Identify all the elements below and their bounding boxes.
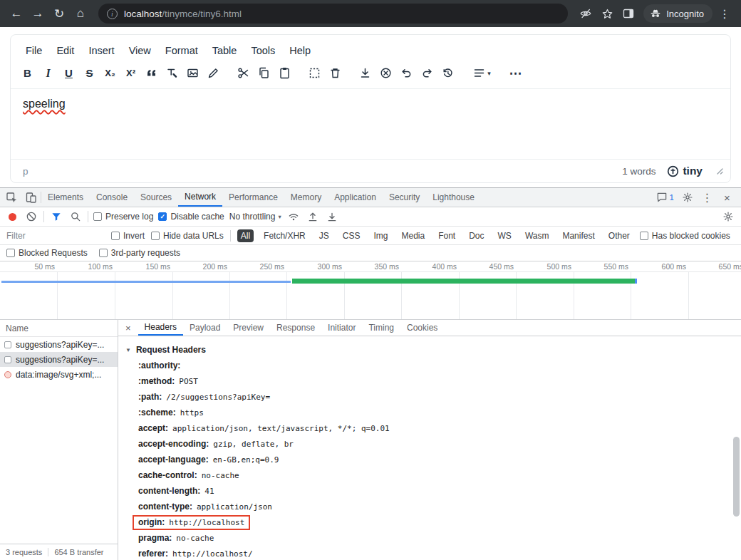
menu-format[interactable]: Format (159, 41, 204, 60)
bold-button[interactable]: B (18, 63, 37, 83)
insert-image-button[interactable] (183, 63, 202, 83)
address-bar[interactable]: i localhost/tinymce/tiny6.html (98, 4, 568, 24)
disable-cache-checkbox[interactable]: ✓ Disable cache (158, 212, 224, 222)
network-settings-gear-icon[interactable] (721, 209, 735, 224)
tab-memory[interactable]: Memory (284, 188, 328, 207)
filter-chip-media[interactable]: Media (398, 229, 428, 242)
tab-performance[interactable]: Performance (222, 188, 284, 207)
filter-chip-all[interactable]: All (237, 229, 254, 242)
filter-chip-wasm[interactable]: Wasm (522, 229, 553, 242)
filter-chip-css[interactable]: CSS (339, 229, 364, 242)
devtools-menu-icon[interactable]: ⋮ (698, 188, 717, 207)
cancel-button[interactable] (376, 63, 395, 83)
menu-insert[interactable]: Insert (82, 41, 120, 60)
checkbox-checked[interactable]: ✓ (158, 212, 167, 221)
bookmark-star-icon[interactable] (598, 4, 616, 23)
browser-menu-icon[interactable]: ⋮ (715, 4, 734, 23)
detail-tab-response[interactable]: Response (270, 320, 321, 336)
checkbox-unchecked[interactable] (151, 232, 160, 240)
download-button[interactable] (356, 63, 375, 83)
superscript-button[interactable]: X² (121, 63, 140, 83)
undo-button[interactable] (397, 63, 416, 83)
tab-security[interactable]: Security (383, 188, 426, 207)
menu-help[interactable]: Help (283, 41, 317, 60)
clear-icon[interactable] (24, 209, 38, 224)
permanent-pen-button[interactable] (204, 63, 223, 83)
word-count[interactable]: 1 words (622, 166, 656, 177)
requests-column-header[interactable]: Name (0, 320, 118, 337)
reload-icon[interactable]: ↻ (50, 4, 68, 23)
throttling-dropdown[interactable]: No throttling ▾ (229, 212, 281, 222)
forward-icon[interactable]: → (28, 4, 47, 23)
preserve-log-checkbox[interactable]: Preserve log (93, 212, 153, 222)
detail-tab-timing[interactable]: Timing (362, 320, 400, 336)
has-blocked-cookies-checkbox[interactable]: Has blocked cookies (640, 231, 730, 241)
export-har-icon[interactable] (325, 209, 339, 224)
detail-tab-initiator[interactable]: Initiator (321, 320, 362, 336)
request-headers-section[interactable]: ▼ Request Headers (125, 342, 741, 358)
search-icon[interactable] (68, 209, 83, 224)
request-row[interactable]: suggestions?apiKey=... (0, 337, 118, 352)
settings-gear-icon[interactable] (678, 188, 697, 207)
select-all-button[interactable] (305, 63, 324, 83)
detail-tab-headers[interactable]: Headers (138, 320, 183, 336)
underline-button[interactable]: U (59, 63, 78, 83)
paste-button[interactable] (275, 63, 294, 83)
record-icon[interactable] (9, 213, 16, 221)
resize-handle-icon[interactable] (715, 165, 723, 177)
tab-lighthouse[interactable]: Lighthouse (426, 188, 481, 207)
tiny-branding[interactable]: tiny (667, 165, 703, 177)
filter-funnel-icon[interactable] (49, 209, 63, 224)
editor-content-area[interactable]: speeling (11, 89, 730, 159)
scrollbar-thumb[interactable] (733, 437, 740, 517)
menu-file[interactable]: File (19, 41, 48, 60)
menu-view[interactable]: View (123, 41, 157, 60)
menu-tools[interactable]: Tools (244, 41, 281, 60)
request-row[interactable]: data:image/svg+xml;... (0, 367, 118, 382)
filter-chip-other[interactable]: Other (605, 229, 633, 242)
delete-button[interactable] (326, 63, 345, 83)
request-row-selected[interactable]: suggestions?apiKey=... (0, 352, 118, 367)
detail-tab-cookies[interactable]: Cookies (400, 320, 444, 336)
detail-tab-payload[interactable]: Payload (183, 320, 227, 336)
issues-icon[interactable] (653, 188, 672, 207)
italic-button[interactable]: I (38, 63, 58, 83)
tab-console[interactable]: Console (90, 188, 134, 207)
network-conditions-icon[interactable] (286, 209, 301, 224)
hide-data-urls-checkbox[interactable]: Hide data URLs (151, 231, 224, 241)
checkbox-unchecked[interactable] (6, 249, 15, 257)
tab-elements[interactable]: Elements (41, 188, 90, 207)
side-panel-icon[interactable] (619, 4, 638, 23)
home-icon[interactable]: ⌂ (71, 4, 90, 23)
checkbox-unchecked[interactable] (99, 249, 108, 257)
network-overview-timeline[interactable]: 50 ms 100 ms 150 ms 200 ms 250 ms 300 ms… (0, 261, 741, 320)
filter-chip-img[interactable]: Img (370, 229, 391, 242)
line-height-button[interactable]: ▾ (468, 63, 495, 83)
invert-checkbox[interactable]: Invert (111, 231, 145, 241)
detail-tab-preview[interactable]: Preview (227, 320, 270, 336)
filter-chip-doc[interactable]: Doc (465, 229, 487, 242)
blockquote-button[interactable] (142, 63, 161, 83)
site-info-icon[interactable]: i (107, 9, 118, 19)
restore-draft-button[interactable] (438, 63, 457, 83)
filter-input[interactable] (6, 231, 105, 241)
filter-chip-ws[interactable]: WS (494, 229, 515, 242)
blocked-requests-checkbox[interactable]: Blocked Requests (6, 248, 88, 258)
checkbox-unchecked[interactable] (111, 232, 120, 240)
inspect-element-icon[interactable] (2, 188, 21, 207)
strikethrough-button[interactable]: S (80, 63, 99, 83)
checkbox-unchecked[interactable] (640, 232, 648, 240)
close-detail-icon[interactable]: × (118, 323, 138, 333)
menu-edit[interactable]: Edit (50, 41, 81, 60)
filter-chip-js[interactable]: JS (316, 229, 333, 242)
cut-button[interactable] (234, 63, 253, 83)
subscript-button[interactable]: X₂ (100, 63, 120, 83)
checkbox-unchecked[interactable] (93, 212, 102, 221)
tab-sources[interactable]: Sources (134, 188, 178, 207)
import-har-icon[interactable] (306, 209, 320, 224)
preview-disabled-icon[interactable] (576, 4, 595, 23)
redo-button[interactable] (418, 63, 437, 83)
filter-chip-font[interactable]: Font (435, 229, 459, 242)
devtools-close-icon[interactable]: × (717, 188, 737, 207)
filter-chip-fetch-xhr[interactable]: Fetch/XHR (260, 229, 309, 242)
